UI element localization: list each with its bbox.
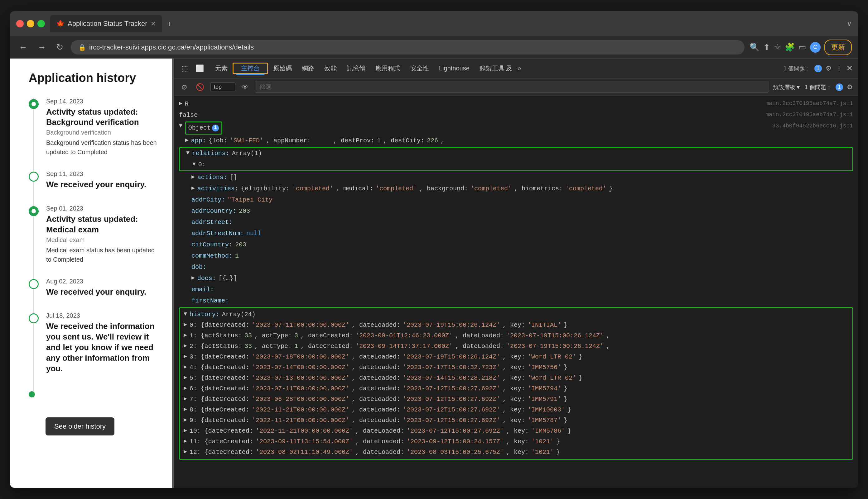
expand-icon[interactable]: ▶ xyxy=(183,415,187,425)
tab-recorder[interactable]: 錄製工具 及 xyxy=(475,62,518,75)
search-icon[interactable]: 🔍 xyxy=(750,42,760,52)
tab-application[interactable]: 應用程式 xyxy=(370,62,405,75)
tab-sources[interactable]: 原始碼 xyxy=(268,62,297,75)
code-text: '2023-07-12T15:00:27.692Z' xyxy=(403,394,500,404)
code-text: , dateLoaded: xyxy=(355,437,404,447)
console-line: ▼ relations: Array(1) xyxy=(186,148,852,159)
code-text: Array(1) xyxy=(232,149,262,159)
expand-icon[interactable]: ▶ xyxy=(183,320,187,329)
object-highlight-box: Object i xyxy=(185,121,222,135)
code-text: relations: xyxy=(192,149,229,159)
console-line: ▶ 7: {dateCreated: '2023-06-28T00:00:00.… xyxy=(180,394,852,405)
fullscreen-button[interactable] xyxy=(37,20,45,27)
expand-icon[interactable]: ▼ xyxy=(179,121,182,131)
settings-icon[interactable]: ⚙ xyxy=(825,64,832,73)
expand-icon[interactable]: ▶ xyxy=(183,384,187,393)
inspect-icon[interactable]: ⬚ xyxy=(179,63,190,74)
console-line: ▶ 5: {dateCreated: '2023-07-13T00:00:00.… xyxy=(180,373,852,384)
code-text: citCountry: xyxy=(191,240,233,250)
code-text: Array(24) xyxy=(222,309,255,319)
close-button[interactable] xyxy=(16,20,24,27)
timeline-dot xyxy=(29,99,39,109)
more-tabs-icon[interactable]: » xyxy=(517,64,521,73)
code-text: '2023-07-13T00:00:00.000Z' xyxy=(252,373,349,383)
code-text: 226 xyxy=(427,136,438,146)
block-icon[interactable]: 🚫 xyxy=(193,82,207,93)
share-icon[interactable]: ⬆ xyxy=(763,42,770,52)
relations-highlight-box: ▼ relations: Array(1) ▼ 0: xyxy=(179,147,853,171)
code-text: '2023-07-12T15:00:27.692Z' xyxy=(403,405,500,415)
expand-icon[interactable]: ▼ xyxy=(183,309,187,319)
code-text: 8: {dateCreated: xyxy=(190,405,249,415)
code-text: , dateLoaded: xyxy=(352,373,400,383)
timeline-content xyxy=(43,389,159,398)
console-line: firstName: xyxy=(179,295,853,306)
expand-icon[interactable]: ▶ xyxy=(183,447,187,456)
tab-lighthouse[interactable]: Lighthouse xyxy=(434,62,475,74)
eye-icon[interactable]: 👁 xyxy=(239,82,251,93)
sidebar-icon[interactable]: ▭ xyxy=(798,42,806,52)
expand-icon[interactable]: ▶ xyxy=(183,363,187,372)
expand-icon[interactable]: ▶ xyxy=(191,273,195,282)
code-text: , xyxy=(606,331,610,341)
url-field[interactable]: 🔒 ircc-tracker-suivi.apps.cic.gc.ca/en/a… xyxy=(71,40,745,54)
source-link[interactable]: main.2cc370195aeb74a7.js:1 xyxy=(765,99,853,108)
code-text: 7: {dateCreated: xyxy=(190,394,249,404)
clear-console-icon[interactable]: ⊘ xyxy=(179,82,190,93)
expand-icon[interactable]: ▶ xyxy=(183,394,187,403)
tab-network[interactable]: 網路 xyxy=(297,62,319,75)
console-line: ▶ docs: [{…}] xyxy=(179,273,853,284)
minimize-button[interactable] xyxy=(27,20,34,27)
close-devtools-icon[interactable]: ✕ xyxy=(846,63,853,73)
bookmark-icon[interactable]: ☆ xyxy=(774,42,781,52)
expand-icon[interactable]: ▶ xyxy=(183,373,187,382)
active-tab[interactable]: 🍁 Application Status Tracker ✕ xyxy=(50,15,162,33)
expand-icon[interactable]: ▶ xyxy=(183,426,187,435)
tab-console[interactable]: 主控台 xyxy=(236,62,265,75)
refresh-button[interactable]: ↻ xyxy=(53,41,66,53)
expand-icon[interactable]: ▶ xyxy=(183,331,187,340)
code-text: '2023-07-19T15:00:26.124Z' xyxy=(403,352,500,362)
expand-icon[interactable]: ▶ xyxy=(191,184,195,193)
source-link[interactable]: 33.4b0f94522b6ecc16.js:1 xyxy=(772,121,853,131)
extensions-icon[interactable]: 🧩 xyxy=(785,42,795,52)
code-text: , dateLoaded: xyxy=(455,331,504,341)
settings-gear-icon[interactable]: ⚙ xyxy=(847,83,853,91)
timeline-content: Sep 14, 2023 Activity status updated: Ba… xyxy=(46,98,159,157)
issue-count-badge[interactable]: 1 xyxy=(835,84,843,91)
expand-icon[interactable]: ▶ xyxy=(179,99,182,108)
expand-icon[interactable]: ▶ xyxy=(185,136,189,145)
console-line: false main.2cc370195aeb74a7.js:1 xyxy=(179,110,853,121)
update-button[interactable]: 更新 xyxy=(824,39,852,55)
device-toggle-icon[interactable]: ⬜ xyxy=(193,63,206,74)
tab-expand-icon[interactable]: ∨ xyxy=(847,20,852,28)
expand-icon[interactable]: ▶ xyxy=(183,437,187,446)
expand-icon[interactable]: ▶ xyxy=(191,173,195,182)
code-text: , medical: xyxy=(336,184,373,194)
filter-input[interactable] xyxy=(255,82,769,93)
more-options-icon[interactable]: ⋮ xyxy=(835,64,842,73)
context-selector[interactable] xyxy=(211,82,235,92)
tab-security[interactable]: 安全性 xyxy=(405,62,434,75)
code-text: 0: xyxy=(198,160,206,170)
tab-close-icon[interactable]: ✕ xyxy=(151,20,156,27)
source-link[interactable]: main.2cc370195aeb74a7.js:1 xyxy=(765,110,853,119)
code-text: } xyxy=(564,415,568,426)
expand-icon[interactable]: ▼ xyxy=(186,149,190,158)
tab-memory[interactable]: 記憶體 xyxy=(342,62,370,75)
tab-performance[interactable]: 效能 xyxy=(319,62,342,75)
code-text: } xyxy=(564,320,568,330)
tab-elements[interactable]: 元素 xyxy=(210,62,233,75)
code-text: 'completed' xyxy=(565,184,606,194)
expand-icon[interactable]: ▼ xyxy=(192,160,196,169)
profile-icon[interactable]: C xyxy=(810,42,821,53)
forward-button[interactable]: → xyxy=(35,41,49,53)
new-tab-button[interactable]: + xyxy=(163,19,176,29)
expand-icon[interactable]: ▶ xyxy=(183,405,187,414)
expand-icon[interactable]: ▶ xyxy=(183,352,187,361)
see-older-history-button[interactable]: See older history xyxy=(46,417,115,436)
expand-icon[interactable]: ▶ xyxy=(183,341,187,350)
code-text: 'SW1-FED' xyxy=(230,136,263,146)
code-text: } xyxy=(556,447,560,457)
back-button[interactable]: ← xyxy=(16,41,30,53)
